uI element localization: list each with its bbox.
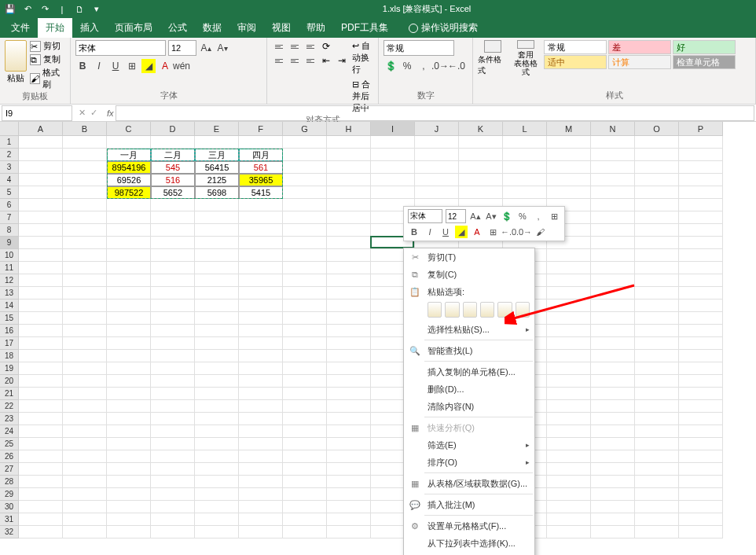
- cell-N7[interactable]: [591, 211, 635, 224]
- cell-G22[interactable]: [283, 400, 327, 413]
- cell-G4[interactable]: [283, 174, 327, 186]
- col-header-J[interactable]: J: [415, 122, 459, 136]
- tab-review[interactable]: 审阅: [229, 18, 264, 38]
- align-top-icon[interactable]: [272, 40, 286, 53]
- row-header-27[interactable]: 27: [0, 463, 19, 476]
- cell-D27[interactable]: [151, 463, 195, 476]
- cell-E24[interactable]: [195, 425, 239, 438]
- cell-F6[interactable]: [239, 199, 283, 211]
- cell-C21[interactable]: [107, 388, 151, 400]
- cell-N3[interactable]: [591, 161, 635, 174]
- col-header-K[interactable]: K: [459, 122, 503, 136]
- context-insert-comment[interactable]: 💬插入批注(M): [404, 496, 534, 513]
- cell-C1[interactable]: [107, 136, 151, 149]
- cell-P15[interactable]: [679, 312, 723, 325]
- cell-A29[interactable]: [19, 488, 63, 501]
- context-filter[interactable]: 筛选(E)▸: [404, 436, 534, 454]
- cell-A21[interactable]: [19, 388, 63, 400]
- cell-D4[interactable]: 516: [151, 174, 195, 186]
- cell-F14[interactable]: [239, 300, 283, 312]
- cell-O17[interactable]: [635, 337, 679, 350]
- mini-fill-color-button[interactable]: ◢: [455, 226, 468, 238]
- cell-D16[interactable]: [151, 325, 195, 337]
- cell-B10[interactable]: [63, 249, 107, 262]
- cell-style-bad[interactable]: 差: [608, 40, 671, 54]
- cell-B27[interactable]: [63, 463, 107, 476]
- cell-M26[interactable]: [547, 450, 591, 463]
- cell-H26[interactable]: [327, 450, 371, 463]
- cell-B21[interactable]: [63, 388, 107, 400]
- cell-F5[interactable]: 5415: [239, 186, 283, 199]
- cell-O32[interactable]: [635, 526, 679, 538]
- cell-F31[interactable]: [239, 513, 283, 526]
- cell-H24[interactable]: [327, 425, 371, 438]
- cell-N30[interactable]: [591, 501, 635, 513]
- cell-D26[interactable]: [151, 450, 195, 463]
- cell-B22[interactable]: [63, 400, 107, 413]
- paste-option-format[interactable]: [497, 302, 512, 318]
- cell-C7[interactable]: [107, 211, 151, 224]
- cell-D7[interactable]: [151, 211, 195, 224]
- cell-J4[interactable]: [415, 174, 459, 186]
- context-phonetic[interactable]: wén显示拼音字段(S): [404, 552, 534, 555]
- cell-N26[interactable]: [591, 450, 635, 463]
- cell-C30[interactable]: [107, 501, 151, 513]
- row-header-24[interactable]: 24: [0, 425, 19, 438]
- cell-P31[interactable]: [679, 513, 723, 526]
- row-header-9[interactable]: 9: [0, 237, 19, 249]
- cell-C28[interactable]: [107, 476, 151, 488]
- cell-F27[interactable]: [239, 463, 283, 476]
- cell-P13[interactable]: [679, 287, 723, 300]
- col-header-P[interactable]: P: [679, 122, 723, 136]
- cell-G17[interactable]: [283, 337, 327, 350]
- cell-E7[interactable]: [195, 211, 239, 224]
- cell-P2[interactable]: [679, 149, 723, 161]
- mini-format-painter-icon[interactable]: 🖌: [534, 226, 546, 238]
- cell-A4[interactable]: [19, 174, 63, 186]
- cell-D14[interactable]: [151, 300, 195, 312]
- cell-M30[interactable]: [547, 501, 591, 513]
- cell-O1[interactable]: [635, 136, 679, 149]
- cell-E16[interactable]: [195, 325, 239, 337]
- cell-O2[interactable]: [635, 149, 679, 161]
- cell-A24[interactable]: [19, 425, 63, 438]
- cell-A12[interactable]: [19, 274, 63, 287]
- cell-N19[interactable]: [591, 362, 635, 375]
- cell-B12[interactable]: [63, 274, 107, 287]
- cell-P32[interactable]: [679, 526, 723, 538]
- cell-P20[interactable]: [679, 375, 723, 388]
- cell-A9[interactable]: [19, 237, 63, 249]
- mini-decrease-font-icon[interactable]: A▾: [485, 210, 497, 222]
- cell-E29[interactable]: [195, 488, 239, 501]
- tab-data[interactable]: 数据: [195, 18, 229, 38]
- align-left-icon[interactable]: [272, 54, 286, 67]
- cell-B29[interactable]: [63, 488, 107, 501]
- cell-A13[interactable]: [19, 287, 63, 300]
- cell-O30[interactable]: [635, 501, 679, 513]
- cell-M1[interactable]: [547, 136, 591, 149]
- cell-N28[interactable]: [591, 476, 635, 488]
- cell-M10[interactable]: [547, 249, 591, 262]
- cell-A27[interactable]: [19, 463, 63, 476]
- cell-E6[interactable]: [195, 199, 239, 211]
- row-header-2[interactable]: 2: [0, 149, 19, 161]
- cell-F16[interactable]: [239, 325, 283, 337]
- col-header-F[interactable]: F: [239, 122, 283, 136]
- cell-G20[interactable]: [283, 375, 327, 388]
- cell-E23[interactable]: [195, 413, 239, 425]
- tell-me-search[interactable]: 操作说明搜索: [404, 18, 483, 38]
- cell-B15[interactable]: [63, 312, 107, 325]
- cell-A20[interactable]: [19, 375, 63, 388]
- tab-layout[interactable]: 页面布局: [107, 18, 160, 38]
- paste-option-transpose[interactable]: [480, 302, 494, 318]
- cell-F9[interactable]: [239, 237, 283, 249]
- cell-H4[interactable]: [327, 174, 371, 186]
- cell-K1[interactable]: [459, 136, 503, 149]
- cancel-entry-icon[interactable]: ✕: [79, 108, 86, 118]
- print-preview-icon[interactable]: 🗋: [74, 4, 85, 15]
- cell-F1[interactable]: [239, 136, 283, 149]
- cell-F25[interactable]: [239, 438, 283, 450]
- cell-E17[interactable]: [195, 337, 239, 350]
- paste-option-formulas[interactable]: [463, 302, 477, 318]
- cell-D5[interactable]: 5652: [151, 186, 195, 199]
